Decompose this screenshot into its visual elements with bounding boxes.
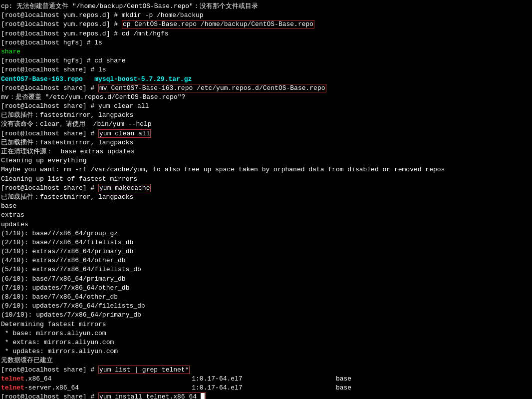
line-22: 已加载插件：fastestmirror, langpacks — [1, 193, 531, 202]
line-29: (4/10): extras/7/x86_64/other_db — [1, 256, 531, 265]
line-32: (7/10): updates/7/x86_64/other_db — [1, 284, 531, 293]
line-13: 已加载插件：fastestmirror, langpacks — [1, 111, 531, 120]
line-42-telnet: telnet.x86_64 1:0.17-64.el7 base — [1, 375, 531, 384]
line-26: (1/10): base/7/x86_64/group_gz — [1, 229, 531, 238]
cmd-yum-install: yum install telnet.x86_64 — [98, 393, 206, 399]
line-28: (3/10): extras/7/x86_64/primary_db — [1, 247, 531, 256]
cmd-yum-makecache: yum makecache — [98, 184, 151, 192]
line-33: (8/10): base/7/x86_64/other_db — [1, 293, 531, 302]
line-23: base — [1, 202, 531, 211]
line-44: [root@localhost share] # yum install tel… — [1, 393, 531, 399]
line-30: (5/10): extras/7/x86_64/filelists_db — [1, 265, 531, 274]
line-4: [root@localhost yum.repos.d] # cd /mnt/h… — [1, 29, 531, 38]
line-24: extras — [1, 211, 531, 220]
telnet-pkg-1: telnet — [1, 375, 24, 383]
line-35: (10/10): updates/7/x86_64/primary_db — [1, 311, 531, 320]
line-41: [root@localhost share] # yum list | grep… — [1, 366, 531, 375]
line-18: Cleaning up everything — [1, 156, 531, 165]
cmd-cp: cp CentOS-Base.repo /home/backup/CentOS-… — [122, 20, 314, 28]
line-1: cp: 无法创建普通文件 "/home/backup/CentOS-Base.r… — [1, 2, 531, 11]
line-37: * base: mirrors.aliyun.com — [1, 329, 531, 338]
line-14: 没有该命令：clear。请使用 /bin/yum --help — [1, 120, 531, 129]
line-25: updates — [1, 220, 531, 229]
line-11: mv：是否覆盖 "/etc/yum.repos.d/CentOS-Base.re… — [1, 93, 531, 102]
line-39: * updates: mirrors.aliyun.com — [1, 347, 531, 356]
cmd-mv: mv CentOS7-Base-163.repo /etc/yum.repos.… — [98, 84, 326, 92]
line-43-telnet-server: telnet-server.x86_64 1:0.17-64.el7 base — [1, 384, 531, 393]
cmd-yum-clean: yum clean all — [98, 129, 151, 138]
line-3: [root@localhost yum.repos.d] # cp CentOS… — [1, 20, 531, 29]
line-21: [root@localhost share] # yum makecache — [1, 184, 531, 193]
line-5: [root@localhost hgfs] # ls — [1, 38, 531, 47]
line-31: (6/10): base/7/x86_64/primary_db — [1, 275, 531, 284]
line-27: (2/10): base/7/x86_64/filelists_db — [1, 238, 531, 247]
telnet-pkg-2: telnet — [1, 384, 24, 392]
terminal-window: cp: 无法创建普通文件 "/home/backup/CentOS-Base.r… — [0, 0, 532, 399]
cmd-yum-list-grep: yum list | grep telnet* — [98, 366, 190, 374]
line-20: Cleaning up list of fastest mirrors — [1, 175, 531, 184]
line-12: [root@localhost share] # yum clear all — [1, 102, 531, 111]
line-17: 正在清理软件源： base extras updates — [1, 147, 531, 156]
line-2: [root@localhost yum.repos.d] # mkdir -p … — [1, 11, 531, 20]
line-34: (9/10): updates/7/x86_64/filelists_db — [1, 302, 531, 311]
line-16: 已加载插件：fastestmirror, langpacks — [1, 138, 531, 147]
line-36: Determining fastest mirrors — [1, 320, 531, 329]
line-8: [root@localhost share] # ls — [1, 65, 531, 74]
line-share: share — [1, 47, 531, 56]
line-38: * extras: mirrors.aliyun.com — [1, 338, 531, 347]
line-10: [root@localhost share] # mv CentOS7-Base… — [1, 84, 531, 93]
line-7: [root@localhost hgfs] # cd share — [1, 56, 531, 65]
line-15: [root@localhost share] # yum clean all — [1, 129, 531, 138]
line-40: 元数据缓存已建立 — [1, 356, 531, 365]
line-files: CentOS7-Base-163.repo mysql-boost-5.7.29… — [1, 75, 531, 84]
line-19: Maybe you want: rm -rf /var/cache/yum, t… — [1, 165, 531, 174]
